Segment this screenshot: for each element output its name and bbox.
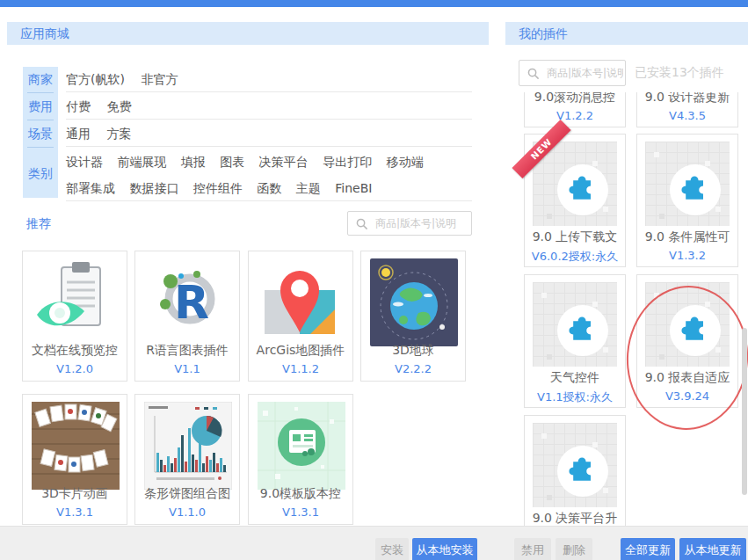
plugin-card[interactable]: NEW 9.0 上传下载文 V6.0.2授权:永久 [524,134,626,267]
store-search-box[interactable] [347,211,472,236]
install-button[interactable]: 安装 [375,538,409,560]
card-title: 文档在线预览控 [23,343,127,359]
svg-text:R: R [174,276,209,329]
puzzle-icon [567,315,599,346]
filter-option[interactable]: 移动端 [387,149,424,175]
filter-label-merchant: 商家 [23,67,58,91]
divider [27,147,54,148]
disable-button[interactable]: 禁用 [514,538,551,560]
template-version-icon [258,402,345,490]
plugin-version: V3.9.24 [637,389,737,403]
plugin-version: V1.2.2 [525,109,625,122]
search-icon [355,217,368,230]
plugin-card[interactable]: 9.0滚动消息控 V1.2.2 [524,92,626,127]
plugins-search-box[interactable] [519,60,626,86]
scrollbar-thumb[interactable] [742,328,747,495]
card-version: V1.1 [135,362,239,375]
plugin-thumbnail [645,142,730,226]
store-card[interactable]: 3D卡片动画 V1.3.1 [22,394,127,525]
puzzle-icon [679,315,711,346]
plugin-card[interactable]: 9.0 设计器更新 V4.3.5 [636,92,738,127]
plugin-title: 9.0 设计器更新 [637,92,737,105]
r-language-icon: R [144,258,232,346]
divider [66,146,472,147]
card-title: R语言图表插件 [135,343,239,359]
puzzle-icon [567,455,599,487]
map-pin-icon [258,258,345,346]
filter-option[interactable]: 设计器 [66,149,103,175]
plugin-card[interactable]: 天气控件 V1.1授权:永久 [524,274,626,408]
install-local-button[interactable]: 从本地安装 [412,538,477,560]
update-all-button[interactable]: 全部更新 [621,538,675,560]
divider [66,91,472,92]
card-title: ArcGis地图插件 [249,343,352,359]
store-card[interactable]: ArcGis地图插件 V1.1.2 [248,251,353,382]
store-search-input[interactable] [374,216,471,230]
plugin-title: 9.0滚动消息控 [525,92,625,105]
store-panel-title: 应用商城 [7,22,489,45]
filter-option[interactable]: 付费 [66,94,91,119]
cards-3d-icon [32,402,120,490]
card-version: V1.1.0 [135,505,239,519]
filter-option[interactable]: 填报 [181,149,206,175]
plugin-version: V1.3.2 [637,249,737,262]
filter-label-category: 类别 [23,149,58,198]
earth-icon [370,258,458,346]
filter-option[interactable]: 控件组件 [193,175,243,201]
plugin-card[interactable]: 9.0 报表自适应 V3.9.24 [636,274,738,408]
card-version: V2.2.2 [361,362,465,375]
update-local-button[interactable]: 从本地更新 [679,538,746,560]
puzzle-icon [567,174,599,206]
card-title: 条形饼图组合图 [135,486,239,502]
plugin-list: 9.0滚动消息控 V1.2.2 9.0 设计器更新 V4.3.5 NEW 9.0… [505,92,748,526]
store-card[interactable]: 条形饼图组合图 V1.1.0 [134,394,240,525]
filter-option[interactable]: 非官方 [141,67,178,91]
top-accent-bar [0,0,748,7]
recommend-tab[interactable]: 推荐 [26,216,51,232]
filter-option[interactable]: FineBI [335,175,372,201]
filter-option[interactable]: 免费 [106,94,131,119]
plugin-title: 9.0 上传下载文 [525,229,625,245]
filter-option[interactable]: 主题 [296,175,321,201]
plugin-version: V4.3.5 [637,109,737,122]
card-version: V1.3.1 [249,505,352,519]
plugins-panel-title: 我的插件 [505,22,748,45]
filter-option[interactable]: 数据接口 [129,175,178,201]
filter-option[interactable]: 前端展现 [117,149,166,175]
store-card[interactable]: 文档在线预览控 V1.2.0 [22,251,127,382]
store-card[interactable]: 9.0模板版本控 V1.3.1 [248,394,353,525]
plugin-title: 9.0 决策平台升 [525,511,625,526]
plugin-title: 天气控件 [525,370,625,386]
store-card[interactable]: 3D地球 V2.2.2 [360,251,466,382]
plugin-title: 9.0 条件属性可 [637,229,737,245]
filter-option[interactable]: 方案 [106,121,131,146]
store-card[interactable]: R R语言图表插件 V1.1 [134,251,240,382]
filter-label-scenario: 场景 [23,121,58,146]
plugin-version: V6.0.2授权:永久 [525,249,625,265]
filter-option[interactable]: 部署集成 [66,175,115,201]
divider [66,200,472,201]
card-title: 3D地球 [361,343,465,359]
plugin-thumbnail [533,282,617,367]
filter-option[interactable]: 导出打印 [323,149,372,175]
filter-option[interactable]: 通用 [66,121,91,146]
delete-button[interactable]: 删除 [556,538,592,560]
plugin-version: V1.1授权:永久 [525,389,625,405]
filter-option[interactable]: 函数 [257,175,281,201]
plugin-thumbnail [645,282,730,367]
filter-option[interactable]: 决策平台 [259,149,309,175]
plugin-card[interactable]: 9.0 决策平台升 [524,415,626,526]
divider [66,119,472,120]
filter-row-category: 设计器 前端展现 填报 图表 决策平台 导出打印 移动端 部署集成 数据接口 控… [66,149,486,201]
divider [27,120,54,120]
plugins-search-input[interactable] [545,66,625,80]
divider [27,92,54,93]
filter-option[interactable]: 图表 [220,149,244,175]
plugin-card[interactable]: 9.0 条件属性可 V1.3.2 [636,134,738,267]
filter-option[interactable]: 官方(帆软) [66,67,125,91]
card-title: 3D卡片动画 [23,486,127,502]
filter-label-column: 商家 费用 场景 类别 [23,67,58,198]
filter-label-cost: 费用 [23,94,58,119]
bar-pie-chart-icon [144,402,232,490]
installed-count: 已安装13个插件 [635,65,724,81]
